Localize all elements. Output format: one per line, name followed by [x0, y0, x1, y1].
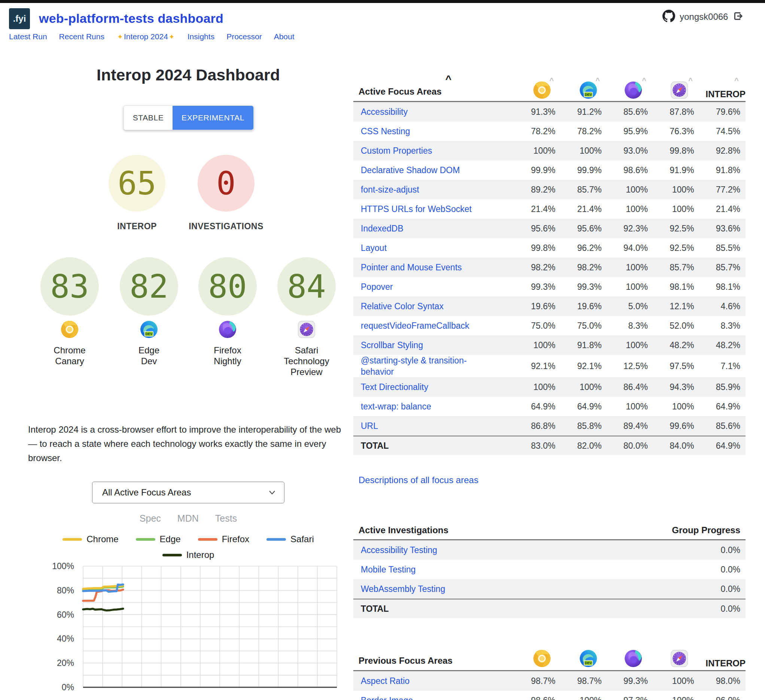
sign-out-icon[interactable]: [732, 11, 744, 23]
score-cell: 8.3%: [602, 321, 648, 331]
score-cell: 80.0%: [602, 441, 648, 451]
experimental-button[interactable]: EXPERIMENTAL: [173, 106, 253, 130]
focus-area-label: Scrollbar Styling: [353, 339, 509, 351]
nav-item-interop-2024[interactable]: ✦Interop 2024✦: [116, 32, 176, 41]
focus-area-link[interactable]: font-size-adjust: [361, 184, 419, 195]
score-cell: 4.6%: [694, 301, 741, 311]
focus-area-link[interactable]: Relative Color Syntax: [361, 301, 444, 312]
column-sort-caret-icon[interactable]: ^: [642, 76, 646, 85]
column-sort-caret-icon[interactable]: ^: [549, 76, 554, 85]
nav-item-latest-run[interactable]: Latest Run: [9, 32, 47, 41]
legend-swatch-chrome: [63, 538, 82, 541]
column-header-edge[interactable]: DEV: [579, 649, 598, 669]
column-sort-caret-icon[interactable]: ^: [688, 76, 693, 85]
score-cell: 100%: [602, 204, 648, 214]
focus-area-link[interactable]: IndexedDB: [361, 223, 403, 234]
column-header-edge[interactable]: DEV: [579, 81, 598, 101]
link-tabs: SpecMDNTests: [22, 513, 354, 524]
focus-area-link[interactable]: Mobile Testing: [361, 564, 416, 575]
score-cell: 76.3%: [648, 126, 694, 137]
focus-area-link[interactable]: Scrollbar Styling: [361, 339, 423, 351]
y-axis-tick: 40%: [57, 634, 74, 643]
score-cell: 100%: [556, 695, 602, 700]
score-cell: 99.9%: [556, 165, 602, 175]
table-row: requestVideoFrameCallback75.0%75.0%8.3%5…: [353, 316, 746, 336]
legend-item-chrome: Chrome: [63, 534, 118, 545]
chevron-down-icon: [268, 490, 276, 495]
interop-description: Interop 2024 is a cross-browser effort t…: [28, 422, 347, 465]
focus-area-select[interactable]: All Active Focus Areas: [92, 482, 285, 503]
column-header-firefox[interactable]: [624, 649, 642, 669]
score-cell: 91.2%: [556, 107, 602, 117]
focus-area-link[interactable]: Popover: [361, 281, 393, 292]
focus-area-link[interactable]: URL: [361, 420, 378, 432]
table-row: font-size-adjust89.2%85.7%100%100%77.2%: [353, 180, 746, 199]
score-cell: 98.6%: [602, 165, 648, 175]
focus-area-link[interactable]: Accessibility Testing: [361, 545, 437, 556]
legend-label: Chrome: [87, 534, 118, 545]
column-sort-caret-icon[interactable]: ^: [734, 76, 739, 85]
focus-area-link[interactable]: Border Image: [361, 695, 413, 700]
score-cell: 100%: [602, 262, 648, 273]
score-cell: 85.9%: [694, 382, 741, 392]
column-header-safari[interactable]: [670, 649, 689, 669]
focus-area-link[interactable]: Accessibility: [361, 106, 408, 118]
score-cell: 93.0%: [602, 146, 648, 156]
focus-area-label: @starting-style & transition-behavior: [353, 355, 509, 377]
site-title[interactable]: web-platform-tests dashboard: [39, 11, 224, 26]
nav-item-about[interactable]: About: [274, 32, 294, 41]
focus-area-label: requestVideoFrameCallback: [353, 320, 509, 331]
score-cell: 0.0%: [694, 584, 741, 594]
focus-area-link[interactable]: Custom Properties: [361, 145, 432, 156]
focus-area-link[interactable]: requestVideoFrameCallback: [361, 320, 469, 331]
y-axis-tick: 20%: [57, 658, 74, 668]
focus-area-link[interactable]: Layout: [361, 242, 387, 254]
score-cell: 95.6%: [556, 224, 602, 234]
stable-button[interactable]: STABLE: [124, 106, 173, 130]
focus-area-link[interactable]: CSS Nesting: [361, 126, 410, 137]
focus-area-link[interactable]: Aspect Ratio: [361, 675, 409, 686]
svg-text:DEV: DEV: [585, 93, 592, 96]
focus-area-link[interactable]: Pointer and Mouse Events: [361, 262, 462, 273]
table-row: Border Image98.6%100%97.3%100%96.0%: [353, 691, 746, 700]
tab-spec[interactable]: Spec: [140, 513, 161, 524]
github-username: yongsk0066: [680, 12, 728, 22]
table-row: Relative Color Syntax19.6%19.6%5.0%12.1%…: [353, 297, 746, 316]
focus-area-link[interactable]: HTTPS URLs for WebSocket: [361, 203, 472, 215]
github-account[interactable]: yongsk0066: [663, 10, 744, 24]
focus-area-link[interactable]: @starting-style & transition-behavior: [361, 355, 484, 377]
table-total-row: TOTAL83.0%82.0%80.0%84.0%64.9%: [353, 436, 746, 455]
score-circle-safari: 84: [277, 257, 336, 315]
score-circle-firefox: 80: [198, 257, 257, 315]
score-cell: 89.2%: [509, 185, 556, 195]
column-header-safari[interactable]: [670, 81, 689, 101]
active-focus-areas-table: Accessibility91.3%91.2%85.6%87.8%79.6%CS…: [353, 102, 746, 455]
nav-item-recent-runs[interactable]: Recent Runs: [59, 32, 104, 41]
firefox-nightly-icon: [218, 320, 237, 339]
focus-area-link[interactable]: Declarative Shadow DOM: [361, 165, 460, 176]
score-cell: 12.5%: [602, 361, 648, 371]
score-cell: 19.6%: [556, 301, 602, 311]
interop-column-header[interactable]: INTEROP: [705, 89, 746, 99]
focus-area-link[interactable]: WebAssembly Testing: [361, 583, 445, 595]
table-row: Pointer and Mouse Events98.2%98.2%100%85…: [353, 257, 746, 277]
score-cell: 84.0%: [648, 441, 694, 451]
focus-area-select-value: All Active Focus Areas: [93, 487, 268, 498]
nav-item-processor[interactable]: Processor: [227, 32, 262, 41]
score-cell: 100%: [556, 146, 602, 156]
column-header-chrome[interactable]: [533, 649, 551, 669]
nav-item-insights[interactable]: Insights: [187, 32, 214, 41]
focus-area-link[interactable]: text-wrap: balance: [361, 401, 431, 412]
column-header-firefox[interactable]: [624, 81, 642, 101]
column-header-chrome[interactable]: [533, 81, 551, 101]
column-sort-caret-icon[interactable]: ^: [595, 76, 600, 85]
score-cell: 98.0%: [694, 676, 741, 686]
score-cell: 75.0%: [556, 321, 602, 331]
score-cell: 99.6%: [648, 421, 694, 431]
tab-mdn[interactable]: MDN: [178, 513, 199, 524]
focus-area-link[interactable]: Text Directionality: [361, 381, 428, 392]
score-cell: 98.2%: [556, 262, 602, 273]
tab-tests[interactable]: Tests: [215, 513, 237, 524]
descriptions-link[interactable]: Descriptions of all focus areas: [359, 475, 478, 485]
wpt-fyi-logo[interactable]: .fyi: [9, 8, 30, 29]
